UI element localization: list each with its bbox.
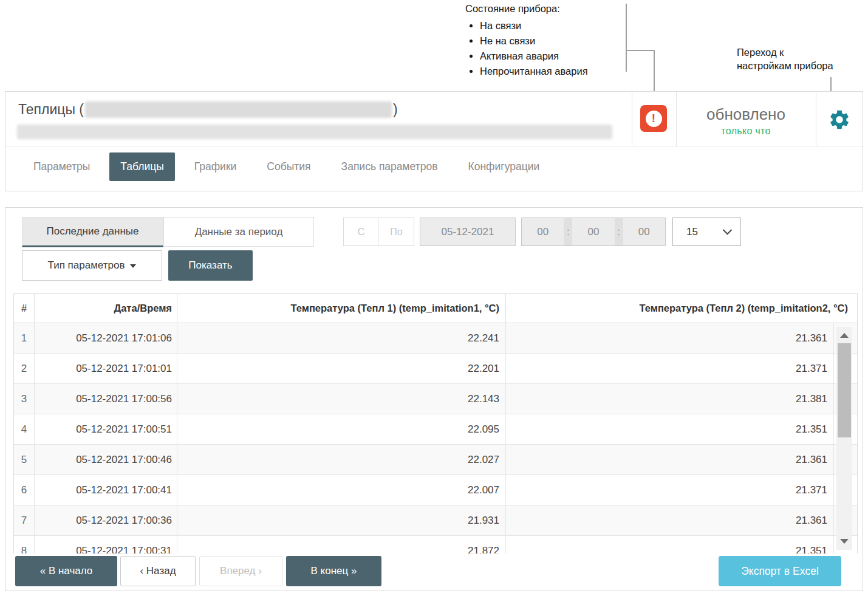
tab-bar: ПараметрыТаблицыГрафикиСобытияЗапись пар… <box>22 152 550 181</box>
temp1-cell: 22.007 <box>177 475 505 505</box>
datetime-cell: 05-12-2021 17:00:41 <box>34 475 177 505</box>
device-state-item: Активная авария <box>480 49 588 64</box>
row-index-cell: 7 <box>14 505 34 535</box>
settings-annotation: Переход к настройкам прибора <box>737 46 833 72</box>
device-state-annotation: Состояние прибора: На связиНе на связиАк… <box>465 3 588 79</box>
row-index-cell: 1 <box>14 323 34 353</box>
updated-status: обновлено только что <box>676 104 816 137</box>
tab-конфигурации[interactable]: Конфигурации <box>457 152 551 181</box>
temp1-cell: 22.143 <box>177 384 505 414</box>
device-state-item: Не на связи <box>480 33 588 49</box>
date-input: 05-12-2021 <box>420 218 516 246</box>
table-row: 205-12-2021 17:01:0122.20121.371 <box>14 354 857 384</box>
datetime-cell: 05-12-2021 17:00:56 <box>34 384 177 414</box>
device-state-title: Состояние прибора: <box>465 3 588 15</box>
pagination-first-button[interactable]: « В начало <box>15 556 117 586</box>
row-index-cell: 5 <box>14 445 34 474</box>
temp2-cell: 21.371 <box>505 475 833 505</box>
temp2-cell: 21.361 <box>505 445 833 474</box>
row-index-cell: 2 <box>14 354 34 383</box>
device-state-item: Непрочитанная авария <box>480 64 588 79</box>
tab-параметры[interactable]: Параметры <box>22 152 101 181</box>
temp2-cell: 21.351 <box>505 536 833 553</box>
time-segment: 00 <box>623 218 665 245</box>
pagination-prev-button[interactable]: ‹ Назад <box>120 556 196 586</box>
device-settings-button[interactable] <box>828 108 851 131</box>
tab-таблицы[interactable]: Таблицы <box>109 152 174 181</box>
time-segment: 00 <box>572 218 614 245</box>
param-type-dropdown[interactable]: Тип параметров <box>22 250 162 281</box>
row-index-cell: 8 <box>14 536 34 553</box>
scrollbar-thumb[interactable] <box>838 343 851 437</box>
table-row: 705-12-2021 17:00:3621.93121.361 <box>14 505 857 536</box>
data-table: # Дата/Время Температура (Тепл 1) (temp_… <box>13 293 858 553</box>
temp2-cell: 21.371 <box>505 354 833 383</box>
page-size-select[interactable]: 15 <box>672 218 741 246</box>
column-header-temp2: Температура (Тепл 2) (temp_imitation2, °… <box>505 294 857 323</box>
datetime-cell: 05-12-2021 17:00:46 <box>34 445 177 474</box>
period-data-toggle[interactable]: Данные за период <box>163 217 314 247</box>
annotation-line-horizontal <box>626 50 655 51</box>
datetime-cell: 05-12-2021 17:00:36 <box>34 505 177 535</box>
table-body: 105-12-2021 17:01:0622.24121.361205-12-2… <box>14 323 857 553</box>
column-header-temp1: Температура (Тепл 1) (temp_imitation1, °… <box>177 294 505 323</box>
page-title-suffix: ) <box>393 101 398 118</box>
from-button: С <box>344 218 378 245</box>
device-state-alert-button[interactable]: ! <box>640 105 667 132</box>
scroll-up-arrow-icon[interactable] <box>840 333 849 338</box>
to-button: По <box>378 218 414 245</box>
page-title-prefix: Теплицы ( <box>18 101 84 118</box>
table-row: 605-12-2021 17:00:4122.00721.371 <box>14 475 857 505</box>
time-input-group: 00:00:00 <box>521 218 666 246</box>
gear-icon <box>828 108 851 131</box>
time-segment: 00 <box>522 218 564 245</box>
temp2-cell: 21.361 <box>505 323 833 353</box>
header-divider <box>5 146 863 146</box>
redacted-device-address <box>17 125 612 139</box>
temp1-cell: 21.931 <box>177 505 505 535</box>
page-size-value: 15 <box>686 226 698 238</box>
time-colon-separator: : <box>615 218 623 245</box>
pagination-next-button: Вперед › <box>199 556 282 586</box>
temp1-cell: 22.201 <box>177 354 505 383</box>
table-header-row: # Дата/Время Температура (Тепл 1) (temp_… <box>14 294 857 323</box>
exclamation-icon: ! <box>646 111 662 127</box>
column-header-index: # <box>14 294 34 323</box>
row-index-cell: 6 <box>14 475 34 505</box>
temp1-cell: 21.872 <box>177 536 505 553</box>
redacted-device-id <box>85 101 392 118</box>
table-scrollbar[interactable] <box>836 327 852 550</box>
temp1-cell: 22.241 <box>177 323 505 353</box>
row-index-cell: 3 <box>14 384 34 414</box>
table-row: 405-12-2021 17:00:5122.09521.351 <box>14 414 857 445</box>
temp1-cell: 22.095 <box>177 414 505 444</box>
updated-value: только что <box>676 126 816 137</box>
from-to-group: С По <box>343 218 414 246</box>
row-index-cell: 4 <box>14 414 34 444</box>
time-colon-separator: : <box>564 218 572 245</box>
pagination-last-button[interactable]: В конец » <box>286 556 381 586</box>
temp1-cell: 22.027 <box>177 445 505 474</box>
datetime-cell: 05-12-2021 17:01:06 <box>34 323 177 353</box>
tab-графики[interactable]: Графики <box>183 152 248 181</box>
temp2-cell: 21.381 <box>505 384 833 414</box>
show-button[interactable]: Показать <box>168 250 253 281</box>
updated-label: обновлено <box>676 104 816 124</box>
chevron-down-icon <box>723 225 733 235</box>
latest-data-toggle[interactable]: Последние данные <box>22 217 163 247</box>
device-state-item: На связи <box>480 18 588 33</box>
table-row: 105-12-2021 17:01:0622.24121.361 <box>14 323 857 354</box>
device-state-list: На связиНе на связиАктивная аварияНепроч… <box>465 18 588 79</box>
scroll-down-arrow-icon[interactable] <box>840 539 849 544</box>
header-cell-divider-3 <box>816 92 816 146</box>
temp2-cell: 21.361 <box>505 505 833 535</box>
tab-события[interactable]: События <box>256 152 321 181</box>
page-root: Состояние прибора: На связиНе на связиАк… <box>0 0 868 596</box>
temp2-cell: 21.351 <box>505 414 833 444</box>
param-type-label: Тип параметров <box>48 259 125 272</box>
header-cell-divider-1 <box>632 92 632 146</box>
table-row: 305-12-2021 17:00:5622.14321.381 <box>14 384 857 414</box>
export-excel-button[interactable]: Экспорт в Excel <box>719 556 841 586</box>
datetime-cell: 05-12-2021 17:00:31 <box>34 536 177 553</box>
tab-запись-параметров[interactable]: Запись параметров <box>330 152 449 181</box>
